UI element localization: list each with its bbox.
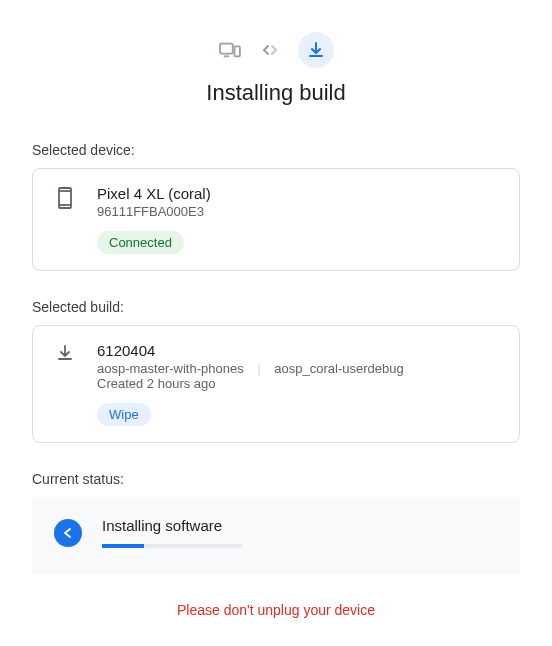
- step-indicator: [32, 32, 520, 68]
- download-small-icon: [53, 344, 77, 362]
- download-icon: [298, 32, 334, 68]
- phone-icon: [53, 187, 77, 209]
- build-section-label: Selected build:: [32, 299, 520, 315]
- build-meta: aosp-master-with-phones | aosp_coral-use…: [97, 361, 499, 376]
- build-id: 6120404: [97, 342, 499, 359]
- build-created: Created 2 hours ago: [97, 376, 499, 391]
- svg-rect-2: [235, 46, 240, 56]
- build-target: aosp_coral-userdebug: [274, 361, 403, 376]
- build-card: 6120404 aosp-master-with-phones | aosp_c…: [32, 325, 520, 443]
- device-name: Pixel 4 XL (coral): [97, 185, 499, 202]
- device-section-label: Selected device:: [32, 142, 520, 158]
- device-serial: 96111FFBA000E3: [97, 204, 499, 219]
- wipe-badge: Wipe: [97, 403, 151, 426]
- progress-fill: [102, 544, 144, 548]
- device-card: Pixel 4 XL (coral) 96111FFBA000E3 Connec…: [32, 168, 520, 271]
- svg-rect-0: [220, 44, 233, 54]
- status-text: Installing software: [102, 517, 498, 534]
- status-section-label: Current status:: [32, 471, 520, 487]
- meta-divider: |: [257, 361, 260, 376]
- build-branch: aosp-master-with-phones: [97, 361, 244, 376]
- install-status-icon: [54, 519, 82, 547]
- connected-badge: Connected: [97, 231, 184, 254]
- connect-icon: [258, 38, 282, 62]
- status-card: Installing software: [32, 497, 520, 574]
- unplug-warning: Please don't unplug your device: [32, 602, 520, 618]
- page-title: Installing build: [32, 80, 520, 106]
- devices-icon: [218, 38, 242, 62]
- progress-bar: [102, 544, 242, 548]
